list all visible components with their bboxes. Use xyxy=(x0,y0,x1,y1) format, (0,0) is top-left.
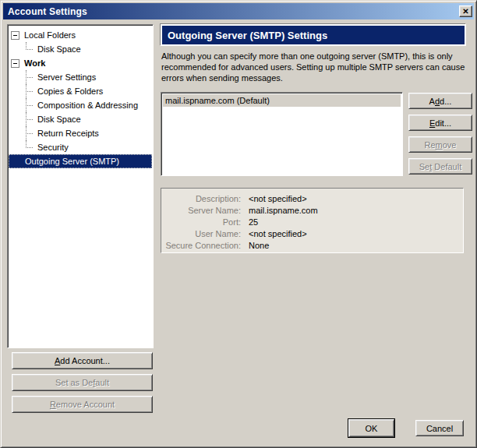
smtp-details-panel: Description: <not specified> Server Name… xyxy=(161,188,464,253)
tree-item-label: Outgoing Server (SMTP) xyxy=(23,157,122,166)
collapse-icon[interactable] xyxy=(11,59,19,68)
smtp-remove-button: Remove xyxy=(408,136,472,153)
button-label-accesskey: E xyxy=(429,118,435,128)
button-label-part: ove xyxy=(443,140,457,150)
pane-header: Outgoing Server (SMTP) Settings xyxy=(161,24,466,46)
remove-account-button: Remove Account xyxy=(12,396,153,413)
detail-label: Secure Connection: xyxy=(161,240,249,252)
button-label-part: ault xyxy=(95,378,109,387)
button-label-part: emove Account xyxy=(56,400,115,409)
tree-connector xyxy=(26,70,34,84)
tree-item-disk-space-work[interactable]: Disk Space xyxy=(8,112,153,126)
detail-row-server-name: Server Name: mail.ispname.com xyxy=(161,205,463,217)
tree-item-disk-space-local[interactable]: Disk Space xyxy=(8,42,153,56)
add-account-button[interactable]: Add Account... xyxy=(12,352,153,369)
tree-connector xyxy=(26,84,34,98)
title-bar: Account Settings xyxy=(3,3,474,19)
detail-label: User Name: xyxy=(161,228,249,240)
tree-item-composition-addressing[interactable]: Composition & Addressing xyxy=(8,98,153,112)
detail-label: Server Name: xyxy=(161,205,249,217)
tree-item-label: Composition & Addressing xyxy=(35,101,140,110)
account-tree[interactable]: Local Folders Disk Space Work Server Set… xyxy=(7,24,154,348)
button-label-part: Re xyxy=(425,140,436,150)
tree-item-work[interactable]: Work xyxy=(8,56,153,70)
detail-row-port: Port: 25 xyxy=(161,217,463,228)
smtp-set-default-button: Set Default xyxy=(408,158,472,175)
tree-connector xyxy=(26,98,34,112)
detail-value: mail.ispname.com xyxy=(249,205,318,217)
tree-item-server-settings[interactable]: Server Settings xyxy=(8,70,153,84)
ok-button[interactable]: OK xyxy=(348,419,394,437)
smtp-server-list-item[interactable]: mail.ispname.com (Default) xyxy=(163,94,401,107)
tree-item-label: Copies & Folders xyxy=(35,86,105,96)
tree-connector xyxy=(26,112,34,126)
detail-row-secure-connection: Secure Connection: None xyxy=(161,240,463,252)
set-as-default-button: Set as Default xyxy=(12,374,153,391)
button-label-part: Set as De xyxy=(55,378,93,387)
cancel-button[interactable]: Cancel xyxy=(415,420,464,436)
detail-row-description: Description: <not specified> xyxy=(161,193,463,205)
tree-item-label: Work xyxy=(22,58,48,68)
button-label-accesskey: R xyxy=(50,400,56,409)
tree-item-local-folders[interactable]: Local Folders xyxy=(8,28,153,42)
window-title: Account Settings xyxy=(8,6,87,17)
tree-item-outgoing-server-smtp[interactable]: Outgoing Server (SMTP) xyxy=(9,154,152,168)
tree-item-label: Disk Space xyxy=(35,115,83,124)
tree-item-label: Disk Space xyxy=(35,44,83,54)
button-label-accesskey: A xyxy=(55,356,60,365)
button-label-part: dd Account... xyxy=(60,356,110,365)
smtp-add-button[interactable]: Add... xyxy=(408,93,472,109)
tree-item-copies-folders[interactable]: Copies & Folders xyxy=(8,84,153,98)
tree-item-return-receipts[interactable]: Return Receipts xyxy=(8,126,153,140)
account-settings-dialog: Account Settings ✕ Local Folders Disk Sp… xyxy=(0,0,477,448)
smtp-server-list[interactable]: mail.ispname.com (Default) xyxy=(161,92,403,176)
tree-connector xyxy=(26,126,34,140)
detail-label: Port: xyxy=(161,217,249,228)
tree-connector xyxy=(26,42,34,56)
button-label-accesskey: m xyxy=(436,140,443,150)
tree-item-security[interactable]: Security xyxy=(8,140,153,154)
tree-item-label: Server Settings xyxy=(35,72,98,82)
button-label-part: dit... xyxy=(435,118,451,128)
button-label-part: Se xyxy=(419,162,429,171)
pane-title: Outgoing Server (SMTP) Settings xyxy=(168,30,327,41)
button-label-part: d... xyxy=(440,97,451,106)
tree-item-label: Security xyxy=(35,143,71,152)
close-button[interactable]: ✕ xyxy=(459,5,472,17)
button-label-part: Default xyxy=(432,162,461,171)
smtp-edit-button[interactable]: Edit... xyxy=(408,115,472,131)
detail-label: Description: xyxy=(161,193,249,205)
tree-item-label: Return Receipts xyxy=(35,129,101,138)
detail-value: <not specified> xyxy=(249,193,307,205)
collapse-icon[interactable] xyxy=(11,31,19,40)
smtp-description-text: Although you can specify more than one o… xyxy=(161,51,472,83)
detail-value: 25 xyxy=(249,217,258,228)
button-label-part: A xyxy=(429,97,435,106)
detail-value: <not specified> xyxy=(249,228,307,240)
tree-connector xyxy=(26,140,34,154)
detail-row-user-name: User Name: <not specified> xyxy=(161,228,463,240)
detail-value: None xyxy=(249,240,269,252)
tree-item-label: Local Folders xyxy=(22,30,78,40)
close-icon: ✕ xyxy=(462,8,468,16)
